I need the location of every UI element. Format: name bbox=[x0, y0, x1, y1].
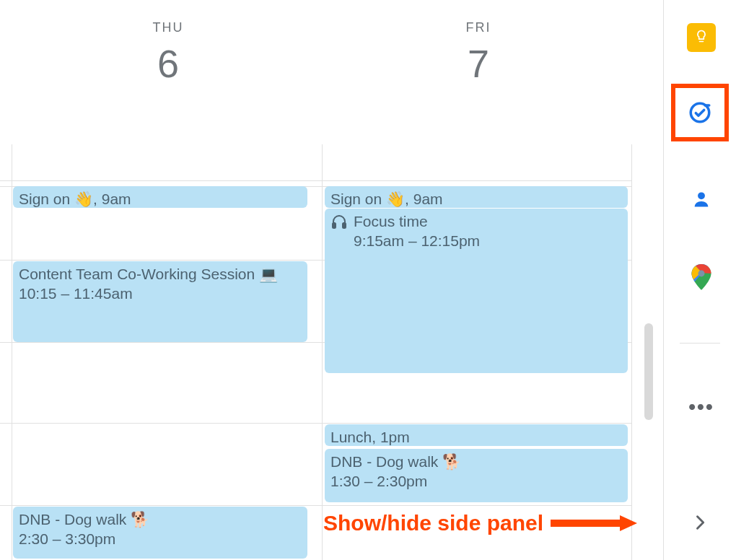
svg-marker-3 bbox=[620, 515, 637, 531]
hour-line bbox=[0, 180, 632, 181]
event-time: 10:15 – 11:45am bbox=[19, 284, 302, 303]
contacts-icon bbox=[691, 189, 711, 212]
event-title: DNB - Dog walk 🐕 bbox=[330, 452, 622, 471]
event-time: 1:30 – 2:30pm bbox=[330, 471, 622, 491]
calendar-grid[interactable]: THU 6 FRI 7 Sign on 👋, 9am Content Team … bbox=[0, 0, 664, 560]
headphones-icon bbox=[330, 213, 348, 230]
chevron-right-icon bbox=[690, 522, 710, 535]
more-dots-icon: ••• bbox=[688, 395, 714, 419]
event-sign-on-fri[interactable]: Sign on 👋, 9am bbox=[325, 186, 628, 208]
maps-button[interactable] bbox=[687, 264, 716, 293]
contacts-button[interactable] bbox=[687, 186, 716, 215]
svg-point-6 bbox=[698, 192, 705, 199]
column-separator bbox=[322, 144, 323, 560]
event-title: Focus time bbox=[354, 211, 428, 231]
column-border bbox=[12, 144, 12, 560]
event-coworking[interactable]: Content Team Co-Working Session 💻 10:15 … bbox=[13, 261, 307, 342]
hour-line bbox=[0, 423, 632, 424]
day-number: 7 bbox=[323, 41, 634, 86]
event-title: DNB - Dog walk 🐕 bbox=[19, 509, 302, 529]
event-title: Lunch, 1pm bbox=[330, 429, 410, 445]
column-border bbox=[631, 144, 632, 560]
addons-button[interactable]: ••• bbox=[687, 393, 716, 421]
annotation-text: Show/hide side panel bbox=[323, 511, 543, 535]
tasks-button[interactable] bbox=[688, 100, 712, 125]
keep-icon bbox=[694, 29, 709, 46]
day-header-thu[interactable]: THU 6 bbox=[13, 20, 323, 86]
svg-point-7 bbox=[698, 270, 705, 276]
annotation-arrow-icon bbox=[551, 515, 637, 531]
side-panel: ••• bbox=[663, 0, 736, 560]
event-title: Sign on 👋, 9am bbox=[19, 191, 131, 207]
event-dog-walk-fri[interactable]: DNB - Dog walk 🐕 1:30 – 2:30pm bbox=[325, 449, 628, 502]
annotation-show-hide: Show/hide side panel bbox=[323, 511, 637, 535]
event-title: Sign on 👋, 9am bbox=[330, 191, 443, 207]
event-lunch[interactable]: Lunch, 1pm bbox=[325, 424, 628, 446]
svg-rect-1 bbox=[343, 223, 346, 228]
svg-rect-0 bbox=[333, 223, 336, 228]
event-time: 2:30 – 3:30pm bbox=[19, 529, 302, 548]
event-time: 9:15am – 12:15pm bbox=[354, 231, 622, 250]
tasks-button-highlight bbox=[671, 84, 729, 141]
day-number: 6 bbox=[13, 41, 323, 86]
day-of-week-label: FRI bbox=[323, 20, 634, 35]
day-of-week-label: THU bbox=[13, 20, 323, 35]
event-sign-on-thu[interactable]: Sign on 👋, 9am bbox=[13, 186, 307, 208]
scrollbar-thumb[interactable] bbox=[644, 323, 653, 420]
event-dog-walk-thu[interactable]: DNB - Dog walk 🐕 2:30 – 3:30pm bbox=[13, 507, 307, 559]
event-focus-time[interactable]: Focus time 9:15am – 12:15pm bbox=[325, 209, 628, 373]
hour-line bbox=[0, 505, 632, 506]
toggle-side-panel-button[interactable] bbox=[690, 512, 710, 535]
maps-pin-icon bbox=[691, 264, 711, 293]
day-header-fri[interactable]: FRI 7 bbox=[323, 20, 634, 86]
event-title: Content Team Co-Working Session 💻 bbox=[19, 264, 302, 284]
tasks-icon bbox=[688, 100, 712, 125]
side-divider bbox=[680, 343, 720, 344]
keep-button[interactable] bbox=[687, 23, 716, 52]
